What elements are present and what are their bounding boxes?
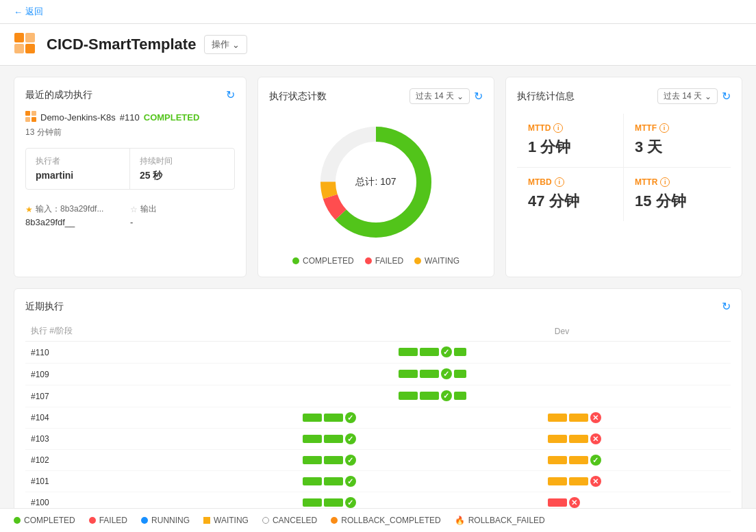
back-chevron: ← bbox=[14, 7, 23, 17]
svg-rect-6 bbox=[25, 117, 30, 122]
bar-seg bbox=[548, 414, 567, 422]
bar-seg bbox=[454, 348, 466, 356]
ops-button[interactable]: 操作 ⌄ bbox=[204, 35, 247, 54]
output-value: - bbox=[130, 217, 235, 227]
pipeline-col: ✓ ✕ bbox=[166, 471, 731, 492]
input-label: ★ 输入：8b3a29fdf... bbox=[25, 203, 130, 215]
svg-rect-1 bbox=[25, 33, 35, 42]
donut-legend: COMPLETED FAILED WAITING bbox=[269, 256, 483, 266]
svg-rect-4 bbox=[25, 111, 30, 116]
run-num: #110 bbox=[25, 342, 166, 364]
exec-status-count-card: 执行状态计数 过去 14 天 ⌄ ↻ bbox=[257, 77, 494, 277]
status-icon-x: ✕ bbox=[590, 412, 601, 423]
legend-failed-label: FAILED bbox=[375, 256, 403, 266]
bar-seg bbox=[548, 456, 567, 464]
recent-header: 近期执行 ↻ bbox=[25, 300, 731, 313]
svg-rect-3 bbox=[25, 44, 35, 53]
bar-seg bbox=[569, 414, 588, 422]
status-count-filter[interactable]: 过去 14 天 ⌄ bbox=[410, 88, 470, 104]
bar-seg bbox=[324, 414, 343, 422]
status-icon-completed: ✓ bbox=[345, 455, 356, 466]
pipeline-bar: ✓ bbox=[399, 346, 466, 357]
bar-seg bbox=[420, 348, 439, 356]
status-icon-x: ✕ bbox=[590, 476, 601, 487]
filter-label: 过去 14 天 bbox=[416, 90, 454, 102]
pipeline-bar-left: ✓ bbox=[303, 412, 356, 423]
bar-seg bbox=[324, 435, 343, 443]
recent-title: 近期执行 bbox=[25, 301, 64, 313]
app-logo bbox=[14, 32, 38, 57]
status-count-refresh[interactable]: ↻ bbox=[474, 90, 483, 103]
bar-seg bbox=[303, 477, 322, 485]
bar-seg bbox=[420, 370, 439, 378]
exec-info: Demo-Jenkins-K8s #110 COMPLETED 13 分钟前 执… bbox=[25, 111, 235, 231]
status-icon-completed: ✓ bbox=[345, 412, 356, 423]
bar-seg bbox=[569, 477, 588, 485]
mtbd-info-icon[interactable]: i bbox=[555, 177, 564, 187]
table-row[interactable]: #110 ✓ bbox=[25, 342, 731, 364]
recent-exec-card: 近期执行 ↻ 执行 #/阶段 Dev #110 ✓ bbox=[14, 288, 742, 516]
run-num: #102 bbox=[25, 450, 166, 471]
output-label: ☆ 输出 bbox=[130, 203, 235, 215]
exec-title-row: Demo-Jenkins-K8s #110 COMPLETED bbox=[25, 111, 235, 124]
main-content: 最近的成功执行 ↻ Demo-Jenkins-K8s #110 COMPLETE… bbox=[0, 66, 756, 516]
stat-mttf: MTTF i 3 天 bbox=[624, 114, 731, 168]
pipeline-col: ✓ bbox=[166, 364, 731, 385]
last-success-refresh[interactable]: ↻ bbox=[226, 88, 235, 101]
output-star-icon: ☆ bbox=[130, 205, 138, 214]
bar-seg bbox=[303, 456, 322, 464]
bar-seg bbox=[569, 456, 588, 464]
mttr-value: 15 分钟 bbox=[635, 191, 720, 212]
mtbd-label: MTBD i bbox=[528, 177, 612, 187]
exec-io: ★ 输入：8b3a29fdf... 8b3a29fdf__ ☆ 输出 - bbox=[25, 199, 235, 231]
status-icon-completed: ✓ bbox=[345, 476, 356, 487]
stats-grid: MTTD i 1 分钟 MTTF i 3 天 MTBD i bbox=[517, 114, 731, 221]
stat-mtbd: MTBD i 47 分钟 bbox=[517, 168, 624, 221]
stats-refresh[interactable]: ↻ bbox=[722, 90, 731, 103]
pipeline-col: ✓ ✓ bbox=[166, 450, 731, 471]
mttf-info-icon[interactable]: i bbox=[659, 123, 669, 133]
input-star-icon: ★ bbox=[25, 205, 33, 214]
legend-failed: FAILED bbox=[365, 256, 403, 266]
stat-mttd: MTTD i 1 分钟 bbox=[517, 114, 624, 168]
pipeline-bar-right: ✓ bbox=[548, 455, 601, 466]
table-row[interactable]: #103 ✓ ✕ bbox=[25, 429, 731, 450]
executor-label: 执行者 bbox=[36, 155, 120, 167]
bar-seg bbox=[399, 348, 418, 356]
executor-cell: 执行者 pmartini bbox=[26, 149, 130, 189]
stat-mttr: MTTR i 15 分钟 bbox=[624, 168, 731, 221]
exec-table: 执行 #/阶段 Dev #110 ✓ bbox=[25, 321, 731, 516]
donut-chart: 总计: 107 bbox=[314, 121, 438, 244]
exec-table-header-row: 执行 #/阶段 Dev bbox=[25, 321, 731, 342]
back-link[interactable]: ← 返回 bbox=[14, 5, 43, 18]
stats-filter[interactable]: 过去 14 天 ⌄ bbox=[657, 88, 718, 104]
recent-refresh[interactable]: ↻ bbox=[722, 300, 731, 313]
input-label-text: 输入：8b3a29fdf... bbox=[36, 203, 103, 215]
table-row[interactable]: #107 ✓ bbox=[25, 385, 731, 407]
mttr-label: MTTR i bbox=[635, 177, 720, 187]
status-count-title: 执行状态计数 bbox=[269, 90, 327, 103]
pipeline-bar: ✓ bbox=[399, 368, 466, 379]
mttd-label: MTTD i bbox=[528, 123, 612, 133]
table-row[interactable]: #102 ✓ ✓ bbox=[25, 450, 731, 471]
duration-value: 25 秒 bbox=[140, 170, 225, 182]
bar-seg bbox=[324, 498, 343, 507]
table-row[interactable]: #101 ✓ ✕ bbox=[25, 471, 731, 492]
table-row[interactable]: #109 ✓ bbox=[25, 364, 731, 385]
run-num: #103 bbox=[25, 429, 166, 450]
exec-table-body: #110 ✓ #109 bbox=[25, 342, 731, 516]
duration-label: 持续时间 bbox=[140, 155, 225, 167]
exec-meta: 执行者 pmartini 持续时间 25 秒 bbox=[25, 148, 235, 190]
table-row[interactable]: #104 ✓ ✕ bbox=[25, 407, 731, 429]
pipeline-bar-right: ✕ bbox=[548, 476, 601, 487]
legend-completed-dot bbox=[292, 257, 299, 264]
mttf-label: MTTF i bbox=[635, 123, 720, 133]
executor-value: pmartini bbox=[36, 170, 120, 181]
mttr-info-icon[interactable]: i bbox=[660, 177, 670, 187]
bar-seg bbox=[303, 498, 322, 507]
ops-label: 操作 bbox=[212, 38, 229, 51]
last-success-header: 最近的成功执行 ↻ bbox=[25, 88, 235, 101]
pipeline-bar: ✓ bbox=[399, 390, 466, 401]
bar-seg bbox=[548, 498, 567, 507]
mttd-info-icon[interactable]: i bbox=[553, 123, 563, 133]
